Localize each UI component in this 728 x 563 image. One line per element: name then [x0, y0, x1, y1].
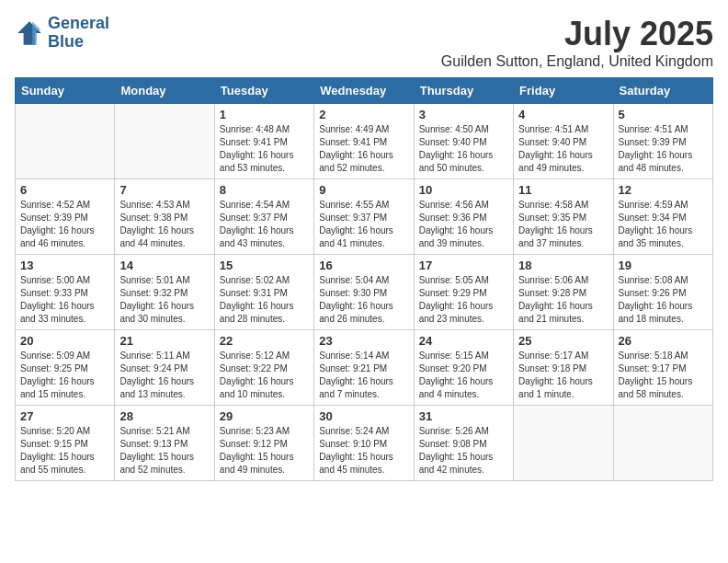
day-info: Sunrise: 5:26 AMSunset: 9:08 PMDaylight:…: [419, 425, 508, 477]
day-number: 1: [220, 108, 309, 121]
day-number: 5: [619, 108, 708, 121]
day-number: 31: [419, 409, 508, 423]
day-info: Sunrise: 5:14 AMSunset: 9:21 PMDaylight:…: [319, 350, 408, 401]
day-number: 30: [319, 409, 408, 423]
day-number: 10: [419, 183, 508, 197]
day-number: 18: [518, 259, 608, 272]
day-number: 22: [220, 334, 309, 348]
day-info: Sunrise: 5:04 AMSunset: 9:30 PMDaylight:…: [319, 274, 408, 326]
day-info: Sunrise: 5:06 AMSunset: 9:28 PMDaylight:…: [518, 274, 608, 326]
calendar-cell: 14Sunrise: 5:01 AMSunset: 9:32 PMDayligh…: [115, 255, 214, 330]
calendar-cell: 27Sunrise: 5:20 AMSunset: 9:15 PMDayligh…: [16, 406, 115, 481]
calendar-cell: 22Sunrise: 5:12 AMSunset: 9:22 PMDayligh…: [214, 330, 313, 406]
calendar-cell: 10Sunrise: 4:56 AMSunset: 9:36 PMDayligh…: [414, 179, 513, 255]
day-number: 17: [419, 259, 508, 272]
day-number: 8: [220, 183, 309, 197]
day-info: Sunrise: 5:18 AMSunset: 9:17 PMDaylight:…: [619, 350, 708, 401]
calendar-cell: 18Sunrise: 5:06 AMSunset: 9:28 PMDayligh…: [514, 255, 613, 330]
day-number: 28: [119, 409, 209, 423]
day-info: Sunrise: 4:49 AMSunset: 9:41 PMDaylight:…: [319, 123, 408, 175]
day-info: Sunrise: 5:15 AMSunset: 9:20 PMDaylight:…: [419, 350, 508, 401]
day-info: Sunrise: 5:21 AMSunset: 9:13 PMDaylight:…: [119, 425, 209, 477]
day-info: Sunrise: 5:08 AMSunset: 9:26 PMDaylight:…: [619, 274, 708, 326]
calendar-table: SundayMondayTuesdayWednesdayThursdayFrid…: [15, 77, 713, 481]
calendar-cell: 29Sunrise: 5:23 AMSunset: 9:12 PMDayligh…: [214, 406, 313, 481]
calendar-cell: [115, 104, 214, 179]
weekday-header-wednesday: Wednesday: [314, 78, 414, 104]
calendar-cell: 12Sunrise: 4:59 AMSunset: 9:34 PMDayligh…: [613, 179, 712, 255]
day-number: 14: [119, 259, 209, 272]
calendar-cell: 5Sunrise: 4:51 AMSunset: 9:39 PMDaylight…: [613, 104, 712, 179]
calendar-cell: 15Sunrise: 5:02 AMSunset: 9:31 PMDayligh…: [214, 255, 313, 330]
calendar-cell: 1Sunrise: 4:48 AMSunset: 9:41 PMDaylight…: [214, 104, 313, 179]
day-number: 7: [119, 183, 209, 197]
day-info: Sunrise: 5:23 AMSunset: 9:12 PMDaylight:…: [220, 425, 309, 477]
day-info: Sunrise: 4:58 AMSunset: 9:35 PMDaylight:…: [518, 199, 608, 250]
month-title: July 2025: [441, 15, 713, 53]
calendar-cell: 23Sunrise: 5:14 AMSunset: 9:21 PMDayligh…: [314, 330, 414, 406]
day-number: 15: [220, 259, 309, 272]
title-area: July 2025 Guilden Sutton, England, Unite…: [441, 15, 713, 70]
svg-marker-0: [17, 21, 41, 45]
day-number: 26: [619, 334, 708, 348]
day-info: Sunrise: 5:00 AMSunset: 9:33 PMDaylight:…: [20, 274, 109, 326]
day-number: 11: [518, 183, 608, 197]
weekday-header-saturday: Saturday: [613, 78, 712, 104]
day-info: Sunrise: 5:09 AMSunset: 9:25 PMDaylight:…: [20, 350, 109, 401]
logo: General Blue: [15, 15, 109, 52]
day-info: Sunrise: 5:01 AMSunset: 9:32 PMDaylight:…: [119, 274, 209, 326]
day-info: Sunrise: 5:20 AMSunset: 9:15 PMDaylight:…: [20, 425, 109, 477]
day-number: 19: [619, 259, 708, 272]
day-info: Sunrise: 5:02 AMSunset: 9:31 PMDaylight:…: [220, 274, 309, 326]
day-number: 25: [518, 334, 608, 348]
day-number: 29: [220, 409, 309, 423]
calendar-cell: 7Sunrise: 4:53 AMSunset: 9:38 PMDaylight…: [115, 179, 214, 255]
day-number: 23: [319, 334, 408, 348]
week-row-2: 6Sunrise: 4:52 AMSunset: 9:39 PMDaylight…: [16, 179, 713, 255]
calendar-cell: 2Sunrise: 4:49 AMSunset: 9:41 PMDaylight…: [314, 104, 414, 179]
calendar-cell: 25Sunrise: 5:17 AMSunset: 9:18 PMDayligh…: [514, 330, 613, 406]
day-info: Sunrise: 4:51 AMSunset: 9:40 PMDaylight:…: [518, 123, 608, 175]
calendar-cell: 30Sunrise: 5:24 AMSunset: 9:10 PMDayligh…: [314, 406, 414, 481]
calendar-cell: 3Sunrise: 4:50 AMSunset: 9:40 PMDaylight…: [414, 104, 513, 179]
day-info: Sunrise: 4:51 AMSunset: 9:39 PMDaylight:…: [619, 123, 708, 175]
calendar-cell: 26Sunrise: 5:18 AMSunset: 9:17 PMDayligh…: [613, 330, 712, 406]
day-info: Sunrise: 5:17 AMSunset: 9:18 PMDaylight:…: [518, 350, 608, 401]
day-number: 4: [518, 108, 608, 121]
day-info: Sunrise: 5:05 AMSunset: 9:29 PMDaylight:…: [419, 274, 508, 326]
weekday-header-thursday: Thursday: [414, 78, 513, 104]
day-number: 2: [319, 108, 408, 121]
logo-text: General Blue: [48, 15, 109, 52]
calendar-cell: 16Sunrise: 5:04 AMSunset: 9:30 PMDayligh…: [314, 255, 414, 330]
day-info: Sunrise: 4:48 AMSunset: 9:41 PMDaylight:…: [220, 123, 309, 175]
week-row-4: 20Sunrise: 5:09 AMSunset: 9:25 PMDayligh…: [16, 330, 713, 406]
day-number: 16: [319, 259, 408, 272]
day-info: Sunrise: 5:12 AMSunset: 9:22 PMDaylight:…: [220, 350, 309, 401]
calendar-cell: [514, 406, 613, 481]
day-info: Sunrise: 5:11 AMSunset: 9:24 PMDaylight:…: [119, 350, 209, 401]
calendar-cell: 24Sunrise: 5:15 AMSunset: 9:20 PMDayligh…: [414, 330, 513, 406]
day-number: 9: [319, 183, 408, 197]
calendar-cell: 8Sunrise: 4:54 AMSunset: 9:37 PMDaylight…: [214, 179, 313, 255]
week-row-5: 27Sunrise: 5:20 AMSunset: 9:15 PMDayligh…: [16, 406, 713, 481]
day-info: Sunrise: 4:52 AMSunset: 9:39 PMDaylight:…: [20, 199, 109, 250]
day-number: 12: [619, 183, 708, 197]
weekday-header-tuesday: Tuesday: [214, 78, 313, 104]
day-number: 13: [20, 259, 109, 272]
week-row-3: 13Sunrise: 5:00 AMSunset: 9:33 PMDayligh…: [16, 255, 713, 330]
day-info: Sunrise: 4:56 AMSunset: 9:36 PMDaylight:…: [419, 199, 508, 250]
day-number: 21: [119, 334, 209, 348]
calendar-cell: [613, 406, 712, 481]
calendar-cell: 21Sunrise: 5:11 AMSunset: 9:24 PMDayligh…: [115, 330, 214, 406]
calendar-cell: 6Sunrise: 4:52 AMSunset: 9:39 PMDaylight…: [16, 179, 115, 255]
weekday-header-friday: Friday: [514, 78, 613, 104]
calendar-cell: 31Sunrise: 5:26 AMSunset: 9:08 PMDayligh…: [414, 406, 513, 481]
day-number: 27: [20, 409, 109, 423]
day-number: 3: [419, 108, 508, 121]
weekday-header-row: SundayMondayTuesdayWednesdayThursdayFrid…: [16, 78, 713, 104]
day-info: Sunrise: 4:54 AMSunset: 9:37 PMDaylight:…: [220, 199, 309, 250]
calendar-cell: 13Sunrise: 5:00 AMSunset: 9:33 PMDayligh…: [16, 255, 115, 330]
location-title: Guilden Sutton, England, United Kingdom: [441, 53, 713, 70]
day-info: Sunrise: 4:55 AMSunset: 9:37 PMDaylight:…: [319, 199, 408, 250]
weekday-header-sunday: Sunday: [16, 78, 115, 104]
